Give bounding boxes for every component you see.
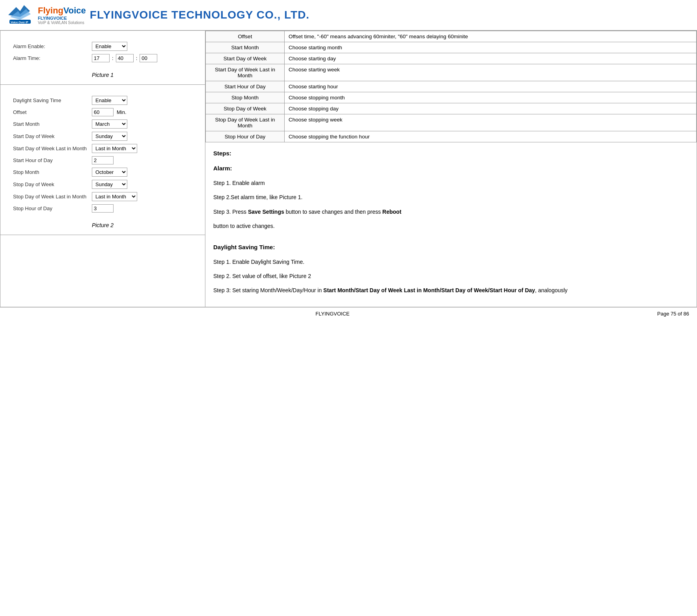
page-footer: FLYINGVOICE Page 75 of 86 (0, 307, 697, 320)
footer-center: FLYINGVOICE (315, 311, 349, 317)
table-label: Offset (206, 31, 285, 42)
page-title: FLYINGVOICE TECHNOLOGY CO., LTD. (90, 9, 309, 21)
table-description: Choose starting month (285, 42, 697, 53)
alarm-step2: Step 2.Set alarm time, like Picture 1. (213, 193, 689, 202)
start-dowlim-control: Last in MonthFirstSecond (92, 144, 137, 153)
alarm-step3: Step 3. Press Save Settings button to sa… (213, 207, 689, 216)
stop-dowlim-row: Stop Day of Week Last in Month Last in M… (13, 192, 192, 201)
table-label: Stop Month (206, 92, 285, 103)
start-dowlim-label: Start Day of Week Last in Month (13, 146, 92, 151)
dst-control: EnableDisable (92, 96, 127, 105)
logo-brand: FLYINGVOICE (38, 16, 86, 21)
alarm-time-label: Alarm Time: (13, 55, 92, 61)
stop-hour-label: Stop Hour of Day (13, 205, 92, 211)
start-dow-label: Start Day of Week (13, 133, 92, 139)
colon2: : (136, 55, 138, 61)
offset-row: Offset Min. (13, 108, 192, 116)
table-description: Choose stopping week (285, 114, 697, 131)
start-month-label: Start Month (13, 121, 92, 127)
stop-month-row: Stop Month OctoberNovemberDecember (13, 168, 192, 177)
picture2-box: Daylight Saving Time EnableDisable Offse… (0, 85, 205, 235)
offset-input[interactable] (92, 108, 114, 116)
stop-dow-row: Stop Day of Week SundayMondaySaturday (13, 180, 192, 189)
start-dow-control: SundayMondaySaturday (92, 132, 127, 141)
stop-hour-row: Stop Hour of Day (13, 204, 192, 213)
alarm-title: Alarm: (213, 164, 689, 173)
colon1: : (112, 55, 114, 61)
table-label: Start Day of Week Last in Month (206, 64, 285, 81)
dst-step3: Step 3: Set staring Month/Week/Day/Hour … (213, 286, 689, 295)
alarm-step3-bold2: Reboot (382, 209, 401, 215)
table-label: Stop Day of Week (206, 103, 285, 114)
logo-flyingvoice: FlyingVoice (38, 6, 86, 16)
table-row: OffsetOffset time, "-60" means advancing… (206, 31, 697, 42)
stop-dow-label: Stop Day of Week (13, 181, 92, 187)
left-panel: Alarm Enable: Enable Disable Alarm Time:… (0, 31, 205, 307)
start-dowlim-select[interactable]: Last in MonthFirstSecond (92, 144, 137, 153)
alarm-time-row: Alarm Time: : : (13, 54, 192, 62)
alarm-hour-input[interactable] (92, 54, 110, 62)
dst-step1: Step 1. Enable Daylight Saving Time. (213, 258, 689, 266)
right-panel: OffsetOffset time, "-60" means advancing… (205, 31, 697, 307)
content-area: Steps: Alarm: Step 1. Enable alarm Step … (205, 142, 697, 307)
picture1-form: Alarm Enable: Enable Disable Alarm Time:… (7, 37, 199, 68)
alarm-step3-post: button to active changes. (213, 222, 689, 230)
picture1-label: Picture 1 (7, 72, 199, 78)
logo-text: FlyingVoice FLYINGVOICE VoIP & VoWLAN So… (38, 6, 86, 25)
stop-dowlim-label: Stop Day of Week Last in Month (13, 194, 92, 200)
footer-page: Page 75 of 86 (657, 311, 689, 317)
dst-step3-bold: Start Month/Start Day of Week Last in Mo… (323, 287, 535, 293)
svg-text:Voice Over IP: Voice Over IP (11, 21, 28, 24)
logo-svg: Voice Over IP (6, 3, 34, 27)
stop-dowlim-select[interactable]: Last in MonthFirstSecond (92, 192, 137, 201)
start-month-select[interactable]: MarchJanuaryFebruary (92, 119, 127, 129)
stop-dow-control: SundayMondaySaturday (92, 180, 127, 189)
table-row: Stop Day of WeekChoose stopping day (206, 103, 697, 114)
alarm-step3-mid: button to save changes and then press (284, 209, 382, 215)
dst-select[interactable]: EnableDisable (92, 96, 127, 105)
stop-hour-input[interactable] (92, 204, 114, 213)
table-label: Start Month (206, 42, 285, 53)
dst-step2: Step 2. Set value of offset, like Pictur… (213, 272, 689, 280)
alarm-step3-bold1: Save Settings (248, 209, 284, 215)
stop-month-label: Stop Month (13, 169, 92, 175)
alarm-second-input[interactable] (140, 54, 157, 62)
table-label: Stop Hour of Day (206, 131, 285, 142)
table-row: Start Day of Week Last in MonthChoose st… (206, 64, 697, 81)
alarm-minute-input[interactable] (116, 54, 134, 62)
dst-label: Daylight Saving Time (13, 97, 92, 103)
alarm-enable-select[interactable]: Enable Disable (92, 42, 127, 51)
table-description: Choose stopping the function hour (285, 131, 697, 142)
table-row: Start Hour of DayChoose starting hour (206, 81, 697, 92)
table-label: Stop Day of Week Last in Month (206, 114, 285, 131)
start-hour-row: Start Hour of Day (13, 156, 192, 164)
table-label: Start Hour of Day (206, 81, 285, 92)
table-description: Choose stopping day (285, 103, 697, 114)
offset-unit: Min. (117, 109, 127, 115)
dst-step3-post: , analogously (535, 287, 568, 293)
start-hour-label: Start Hour of Day (13, 157, 92, 163)
start-month-control: MarchJanuaryFebruary (92, 119, 127, 129)
stop-dow-select[interactable]: SundayMondaySaturday (92, 180, 127, 189)
offset-label: Offset (13, 109, 92, 115)
start-month-row: Start Month MarchJanuaryFebruary (13, 119, 192, 129)
steps-title: Steps: (213, 149, 689, 158)
main-content: Alarm Enable: Enable Disable Alarm Time:… (0, 30, 697, 307)
start-dow-row: Start Day of Week SundayMondaySaturday (13, 132, 192, 141)
logo-area: Voice Over IP FlyingVoice FLYINGVOICE Vo… (6, 3, 86, 27)
alarm-time-control: : : (92, 54, 157, 62)
picture2-form: Daylight Saving Time EnableDisable Offse… (7, 91, 199, 218)
start-hour-input[interactable] (92, 156, 114, 164)
stop-month-control: OctoberNovemberDecember (92, 168, 127, 177)
table-label: Start Day of Week (206, 53, 285, 64)
table-row: Stop Hour of DayChoose stopping the func… (206, 131, 697, 142)
alarm-enable-control: Enable Disable (92, 42, 127, 51)
stop-hour-control (92, 204, 114, 213)
stop-month-select[interactable]: OctoberNovemberDecember (92, 168, 127, 177)
table-row: Start Day of WeekChoose starting day (206, 53, 697, 64)
offset-control: Min. (92, 108, 127, 116)
start-dow-select[interactable]: SundayMondaySaturday (92, 132, 127, 141)
table-description: Choose starting week (285, 64, 697, 81)
table-row: Start MonthChoose starting month (206, 42, 697, 53)
stop-dowlim-control: Last in MonthFirstSecond (92, 192, 137, 201)
